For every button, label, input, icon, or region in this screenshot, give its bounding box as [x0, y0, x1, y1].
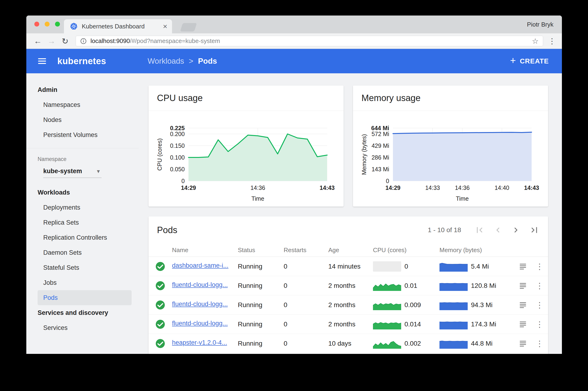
- forward-button[interactable]: →: [45, 36, 58, 46]
- cpu-usage-chart: 0.2250.2000.1500.1000.050014:2914:3614:4…: [149, 111, 344, 206]
- minimize-window-button[interactable]: [45, 22, 50, 26]
- svg-text:Memory (bytes): Memory (bytes): [361, 134, 367, 175]
- next-page-icon[interactable]: [511, 225, 521, 235]
- sidebar-item-pods[interactable]: Pods: [38, 290, 132, 305]
- pod-restarts: 0: [284, 340, 328, 347]
- logs-icon[interactable]: [519, 282, 527, 289]
- kebab-menu-icon[interactable]: ⋮: [536, 340, 544, 348]
- table-row: fluentd-cloud-logg... Running 0 2 months…: [149, 295, 548, 315]
- kebab-menu-icon[interactable]: ⋮: [536, 301, 544, 309]
- browser-overflow-menu-icon[interactable]: ⋮: [547, 37, 557, 46]
- memory-usage-title: Memory usage: [353, 86, 548, 111]
- svg-text:429 Mi: 429 Mi: [372, 142, 389, 149]
- kebab-menu-icon[interactable]: ⋮: [536, 282, 544, 290]
- new-tab-button[interactable]: [180, 23, 197, 31]
- pod-memory-value: 174.3 Mi: [471, 320, 496, 328]
- svg-text:14:40: 14:40: [494, 185, 509, 191]
- pagination-label: 1 - 10 of 18: [428, 226, 461, 234]
- memory-usage-chart: 644 Mi572 Mi429 Mi286 Mi143 Mi014:2914:3…: [353, 111, 548, 206]
- column-header-age: Age: [328, 246, 373, 254]
- svg-text:0: 0: [182, 178, 185, 184]
- cpu-sparkline: [373, 300, 401, 310]
- zoom-window-button[interactable]: [55, 22, 60, 26]
- pod-cpu-value: 0.002: [404, 340, 421, 347]
- cpu-sparkline: [373, 338, 401, 349]
- svg-text:0.225: 0.225: [170, 125, 185, 131]
- page-info-icon[interactable]: [80, 38, 87, 44]
- pod-restarts: 0: [284, 320, 328, 328]
- logs-icon[interactable]: [519, 263, 527, 270]
- tab-close-icon[interactable]: ×: [163, 22, 167, 30]
- sidebar-section-admin: Admin: [26, 82, 139, 97]
- pod-memory-value: 120.8 Mi: [471, 282, 496, 290]
- logs-icon[interactable]: [519, 301, 527, 308]
- kebab-menu-icon[interactable]: ⋮: [536, 320, 544, 328]
- svg-text:0.150: 0.150: [170, 142, 185, 149]
- sidebar-item-stateful-sets[interactable]: Stateful Sets: [26, 260, 139, 275]
- svg-text:0.100: 0.100: [170, 154, 185, 161]
- main-content: CPU usage 0.2250.2000.1500.1000.050014:2…: [139, 73, 562, 354]
- cpu-sparkline: [373, 261, 401, 272]
- svg-text:14:29: 14:29: [386, 185, 400, 191]
- logs-icon[interactable]: [519, 340, 527, 347]
- pod-status: Running: [238, 320, 284, 328]
- column-header-memory: Memory (bytes): [439, 246, 515, 254]
- breadcrumb-parent-link[interactable]: Workloads: [148, 57, 184, 66]
- pod-age: 14 minutes: [328, 263, 373, 270]
- sidebar-section-workloads: Workloads: [26, 185, 139, 200]
- pods-card: Pods 1 - 10 of 18 Name Status Restarts A…: [149, 216, 548, 354]
- svg-text:14:33: 14:33: [425, 185, 440, 191]
- back-button[interactable]: ←: [31, 36, 45, 46]
- pod-status: Running: [238, 301, 284, 309]
- pod-age: 2 months: [328, 301, 373, 309]
- reload-button[interactable]: ↻: [58, 36, 72, 46]
- status-ok-icon: [155, 262, 165, 271]
- sidebar-item-nodes[interactable]: Nodes: [26, 112, 139, 127]
- close-window-button[interactable]: [34, 22, 39, 26]
- cpu-usage-title: CPU usage: [149, 86, 344, 111]
- table-header-row: Name Status Restarts Age CPU (cores) Mem…: [149, 244, 548, 257]
- first-page-icon[interactable]: [474, 225, 485, 235]
- svg-text:14:43: 14:43: [320, 185, 335, 191]
- create-button[interactable]: + CREATE: [510, 57, 549, 66]
- sidebar-item-replica-sets[interactable]: Replica Sets: [26, 215, 139, 230]
- pod-name-link[interactable]: fluentd-cloud-logg...: [172, 320, 228, 327]
- column-header-name: Name: [172, 246, 238, 254]
- pod-name-link[interactable]: fluentd-cloud-logg...: [172, 281, 228, 289]
- tab-strip: Kubernetes Dashboard × Piotr Bryk: [26, 15, 562, 33]
- last-page-icon[interactable]: [529, 225, 540, 235]
- sidebar-section-services-discovery: Services and discovery: [26, 305, 139, 320]
- pods-card-title: Pods: [157, 225, 178, 235]
- pod-name-link[interactable]: fluentd-cloud-logg...: [172, 300, 228, 308]
- window-controls: [34, 22, 60, 26]
- browser-tab[interactable]: Kubernetes Dashboard ×: [64, 19, 172, 33]
- cpu-usage-card: CPU usage 0.2250.2000.1500.1000.050014:2…: [149, 86, 344, 206]
- menu-icon[interactable]: [38, 57, 46, 65]
- kebab-menu-icon[interactable]: ⋮: [536, 263, 544, 271]
- pod-restarts: 0: [284, 263, 328, 270]
- pod-name-link[interactable]: dashboard-same-i...: [172, 262, 228, 269]
- sidebar-item-jobs[interactable]: Jobs: [26, 275, 139, 290]
- browser-profile-name[interactable]: Piotr Bryk: [527, 15, 553, 33]
- create-button-label: CREATE: [520, 57, 549, 65]
- namespace-select[interactable]: kube-system ▾: [43, 165, 101, 178]
- bookmark-star-icon[interactable]: ☆: [532, 37, 539, 46]
- pod-restarts: 0: [284, 282, 328, 290]
- sidebar-item-namespaces[interactable]: Namespaces: [26, 97, 139, 112]
- table-row: fluentd-cloud-logg... Running 0 2 months…: [149, 276, 548, 295]
- sidebar-item-services[interactable]: Services: [26, 320, 139, 335]
- memory-sparkline: [439, 300, 468, 310]
- previous-page-icon[interactable]: [492, 225, 503, 235]
- page-title: Pods: [198, 57, 217, 66]
- address-bar[interactable]: localhost:9090/#/pod?namespace=kube-syst…: [76, 36, 543, 46]
- sidebar-item-persistent-volumes[interactable]: Persistent Volumes: [26, 127, 139, 142]
- pagination: 1 - 10 of 18: [428, 225, 540, 235]
- pod-cpu-value: 0.009: [404, 301, 421, 309]
- plus-icon: +: [510, 56, 516, 66]
- pod-name-link[interactable]: heapster-v1.2.0-4...: [172, 339, 227, 346]
- pod-status: Running: [238, 263, 284, 270]
- sidebar-item-replication-controllers[interactable]: Replication Controllers: [26, 230, 139, 245]
- logs-icon[interactable]: [519, 321, 527, 328]
- sidebar-item-daemon-sets[interactable]: Daemon Sets: [26, 245, 139, 260]
- sidebar-item-deployments[interactable]: Deployments: [26, 200, 139, 215]
